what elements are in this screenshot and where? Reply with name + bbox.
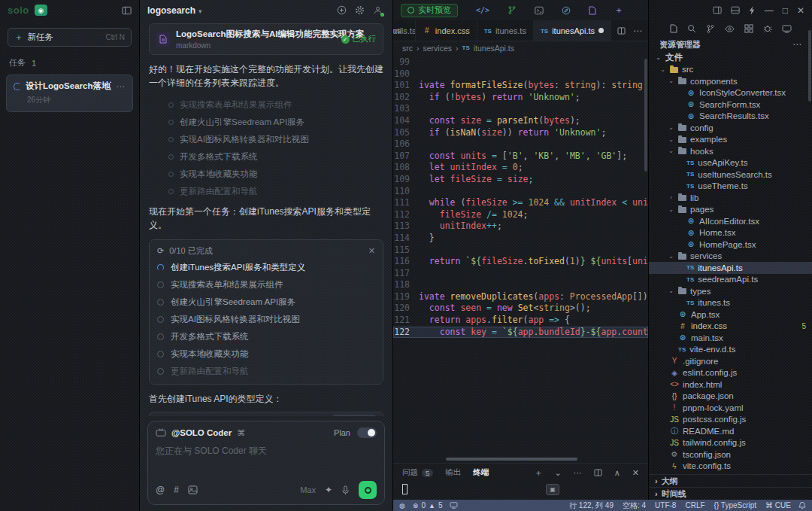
mention-icon[interactable]: @ bbox=[156, 485, 165, 495]
layout-panel-icon[interactable] bbox=[713, 6, 722, 14]
code-line-116[interactable]: 116 return `${fileSize.toFixed(1)} ${uni… bbox=[393, 256, 648, 268]
remote-window-icon[interactable] bbox=[782, 25, 792, 33]
editor-tab-utils.ts[interactable]: TSutils.ts bbox=[393, 20, 416, 41]
screencast-icon[interactable] bbox=[450, 502, 458, 509]
new-file-icon[interactable] bbox=[670, 24, 677, 33]
tab-problems[interactable]: 问题 5 bbox=[402, 467, 433, 478]
tree-item-AIIconEditor.tsx[interactable]: ⊛AIIconEditor.tsx bbox=[649, 215, 812, 227]
gear-icon[interactable] bbox=[352, 4, 367, 17]
tree-item-vite.config.ts[interactable]: ϟvite.config.ts bbox=[649, 461, 812, 473]
user-icon[interactable] bbox=[370, 4, 385, 17]
tree-item-SearchResults.tsx[interactable]: ⊛SearchResults.tsx bbox=[649, 111, 812, 123]
code-line-102[interactable]: 102 if (!bytes) return 'Unknown'; bbox=[393, 92, 648, 104]
maximize-panel-icon[interactable]: ∧ bbox=[614, 468, 620, 478]
tree-item-tsconfig.json[interactable]: ⚙tsconfig.json bbox=[649, 449, 812, 461]
tree-item-main.tsx[interactable]: ⊛main.tsx bbox=[649, 332, 812, 344]
tree-item-tailwind.config.js[interactable]: JStailwind.config.js bbox=[649, 437, 812, 449]
tree-item-Home.tsx[interactable]: ⊛Home.tsx bbox=[649, 227, 812, 239]
tab-output[interactable]: 输出 bbox=[445, 467, 461, 478]
tree-item-src[interactable]: ⌄src bbox=[649, 64, 812, 76]
tree-item-postcss.config.js[interactable]: JSpostcss.config.js bbox=[649, 414, 812, 426]
plan-document-card[interactable]: LogoSearch图标搜索与AI编辑功能完整实现方案 markdown ✓ 已… bbox=[149, 23, 383, 55]
new-terminal-icon[interactable]: ＋ bbox=[535, 467, 543, 479]
editor-tab-index.css[interactable]: #index.css bbox=[416, 20, 477, 41]
agent-mention[interactable]: @SOLO Coder bbox=[171, 428, 232, 437]
close-panel-icon[interactable]: ✕ bbox=[632, 468, 639, 478]
code-line-103[interactable]: 103 bbox=[393, 103, 648, 115]
tree-item-HomePage.tsx[interactable]: ⊛HomePage.tsx bbox=[649, 239, 812, 251]
outline-section[interactable]: ›大纲 bbox=[649, 474, 812, 487]
code-line-115[interactable]: 115 bbox=[393, 245, 648, 257]
code-line-122[interactable]: 122 const key = `${app.bundleId}-${app.c… bbox=[393, 327, 648, 339]
explorer-more-icon[interactable]: ⋯ bbox=[792, 39, 801, 50]
tab-more-icon[interactable]: ⋯ bbox=[633, 26, 642, 36]
explorer-scrollbar[interactable] bbox=[808, 30, 811, 102]
code-line-101[interactable]: 101ivate formatFileSize(bytes: string): … bbox=[393, 80, 648, 92]
plan-toggle[interactable] bbox=[357, 427, 377, 438]
lightning-icon[interactable] bbox=[749, 6, 756, 15]
breadcrumb-root[interactable]: src bbox=[402, 44, 413, 53]
tree-item-components[interactable]: ⌄components bbox=[649, 75, 812, 87]
editor-tab-itunesApi.ts[interactable]: TSitunesApi.ts bbox=[534, 20, 611, 41]
todo-item[interactable]: 开发多格式下载系统 bbox=[157, 330, 375, 343]
close-window-icon[interactable]: ✕ bbox=[797, 5, 804, 16]
git-branch-icon[interactable] bbox=[508, 5, 517, 15]
task-more-icon[interactable]: ⋯ bbox=[116, 81, 126, 92]
code-line-100[interactable]: 100 bbox=[393, 68, 648, 81]
file-change-chip[interactable]: ✎ itunes.ts src/types/itunes.ts +87 -186… bbox=[149, 412, 383, 416]
more-icon[interactable]: ⋯ bbox=[574, 468, 582, 478]
mic-icon[interactable] bbox=[341, 485, 350, 495]
code-line-108[interactable]: 108 let unitIndex = 0; bbox=[393, 162, 648, 174]
tree-item-pnpm-lock.yaml[interactable]: !pnpm-lock.yaml bbox=[649, 402, 812, 414]
image-icon[interactable] bbox=[188, 485, 198, 494]
code-line-99[interactable]: 99 bbox=[393, 56, 648, 68]
tree-item-App.tsx[interactable]: ⊛App.tsx bbox=[649, 309, 812, 321]
status-segment[interactable]: ⌘ CUE bbox=[765, 500, 791, 511]
terminal-icon[interactable] bbox=[535, 6, 544, 15]
new-task-button[interactable]: ＋ 新任务 Ctrl N bbox=[8, 28, 132, 47]
code-line-117[interactable]: 117 bbox=[393, 268, 648, 280]
tree-item-config[interactable]: ⌄config bbox=[649, 122, 812, 134]
layout-bottom-icon[interactable] bbox=[731, 6, 740, 14]
tab-terminal[interactable]: 终端 bbox=[473, 467, 489, 478]
chat-input-placeholder[interactable]: 您正在与 SOLO Coder 聊天 bbox=[156, 445, 377, 458]
tree-item-IconStyleConverter.tsx[interactable]: ⊛IconStyleConverter.tsx bbox=[649, 87, 812, 99]
code-line-119[interactable]: 119ivate removeDuplicates(apps: Processe… bbox=[393, 291, 648, 303]
code-line-104[interactable]: 104 const size = parseInt(bytes); bbox=[393, 115, 648, 127]
breadcrumb-file[interactable]: itunesApi.ts bbox=[474, 44, 514, 53]
code-line-121[interactable]: 121 return apps.filter(app => { bbox=[393, 315, 648, 327]
tree-item-useApiKey.ts[interactable]: TSuseApiKey.ts bbox=[649, 157, 812, 169]
search-icon[interactable] bbox=[687, 24, 696, 33]
tree-item-examples[interactable]: ⌄examples bbox=[649, 134, 812, 146]
tree-item-package.json[interactable]: {}package.json bbox=[649, 391, 812, 403]
compass-icon[interactable] bbox=[562, 6, 571, 15]
tree-item-useItunesSearch.ts[interactable]: TSuseItunesSearch.ts bbox=[649, 169, 812, 181]
todo-item[interactable]: 更新路由配置和导航 bbox=[157, 365, 375, 378]
editor-hscrollbar[interactable] bbox=[446, 458, 577, 461]
code-line-110[interactable]: 110 bbox=[393, 186, 648, 198]
code-line-107[interactable]: 107 const units = ['B', 'KB', 'MB', 'GB'… bbox=[393, 151, 648, 163]
tree-item-seedreamApi.ts[interactable]: TSseedreamApi.ts bbox=[649, 274, 812, 286]
status-segment[interactable]: UTF-8 bbox=[655, 500, 676, 511]
code-line-105[interactable]: 105 if (isNaN(size)) return 'Unknown'; bbox=[393, 127, 648, 139]
toggle-sidebar-icon[interactable] bbox=[122, 6, 132, 15]
model-max-label[interactable]: Max bbox=[300, 485, 316, 494]
tree-item-pages[interactable]: ⌄pages bbox=[649, 204, 812, 216]
chat-input-box[interactable]: @SOLO Coder ⌘ Plan 您正在与 SOLO Coder 聊天 @ … bbox=[147, 421, 385, 505]
bell-icon[interactable] bbox=[798, 501, 806, 509]
editor-tab-itunes.ts[interactable]: TSitunes.ts bbox=[477, 20, 534, 41]
code-line-109[interactable]: 109 let fileSize = size; bbox=[393, 174, 648, 186]
maximize-icon[interactable]: □ bbox=[783, 5, 788, 16]
tree-section-files[interactable]: ⌄文件 bbox=[649, 52, 812, 64]
add-panel-icon[interactable]: ＋ bbox=[614, 4, 623, 17]
tree-item-.gitignore[interactable]: Y.gitignore bbox=[649, 355, 812, 367]
tree-item-lib[interactable]: ›lib bbox=[649, 192, 812, 204]
tree-item-itunes.ts[interactable]: TSitunes.ts bbox=[649, 297, 812, 309]
sparkle-icon[interactable]: ✦ bbox=[325, 485, 332, 495]
code-line-112[interactable]: 112 fileSize /= 1024; bbox=[393, 209, 648, 221]
code-line-120[interactable]: 120 const seen = new Set<string>(); bbox=[393, 303, 648, 315]
code-line-114[interactable]: 114 } bbox=[393, 233, 648, 245]
remote-indicator[interactable]: ◍ bbox=[399, 502, 405, 509]
tree-item-index.html[interactable]: <>index.html bbox=[649, 379, 812, 391]
code-editor[interactable]: 99100101ivate formatFileSize(bytes: stri… bbox=[393, 54, 648, 463]
